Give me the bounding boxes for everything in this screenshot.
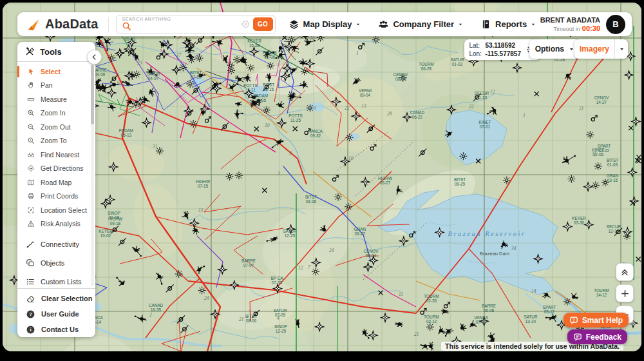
sidebar-item-contact-us[interactable]: iContact Us	[17, 322, 95, 337]
chevron-down-icon	[458, 22, 463, 27]
divider	[108, 17, 109, 32]
road-map-icon	[27, 179, 35, 186]
avatar[interactable]: B	[606, 15, 625, 34]
objects-icon	[26, 259, 35, 268]
nav-label: Map Display	[303, 19, 352, 29]
svg-text:13: 13	[361, 103, 366, 109]
sidebar-item-road-map[interactable]: Road Map	[17, 175, 95, 190]
sidebar-scrollbar[interactable]	[91, 64, 94, 286]
nav-label: Reports	[495, 19, 527, 29]
sidebar-item-select[interactable]: Select	[17, 64, 95, 79]
sidebar-item-label: Risk Analysis	[41, 220, 80, 228]
svg-text:VERMI09-04: VERMI09-04	[359, 88, 372, 97]
go-button[interactable]: GO	[253, 17, 273, 31]
warning-triangle-icon	[27, 220, 35, 228]
nav-company-filter[interactable]: Company Filter	[378, 19, 463, 30]
svg-text:12: 12	[490, 89, 495, 95]
svg-text:28: 28	[387, 111, 392, 117]
svg-text:6: 6	[117, 80, 120, 86]
session-timeout: Timeout in00:30	[540, 24, 600, 33]
svg-text:SECUR01-13: SECUR01-13	[475, 91, 489, 100]
sidebar-item-connectivity[interactable]: Connectivity	[17, 235, 95, 253]
sidebar-item-get-directions[interactable]: Get Directions	[17, 162, 95, 176]
svg-text:34: 34	[511, 246, 516, 251]
feedback-bubble-icon	[573, 333, 582, 342]
search-box: SEARCH ANYTHING GO	[116, 15, 276, 34]
svg-text:31: 31	[152, 144, 158, 150]
smart-help-button[interactable]: ? Smart Help	[564, 313, 629, 327]
collapse-controls-button[interactable]	[616, 263, 634, 281]
sidebar-item-clear-selection[interactable]: Clear Selection	[17, 291, 95, 306]
svg-text:BARRE06-08: BARRE06-08	[482, 304, 496, 313]
svg-text:21: 21	[579, 106, 584, 112]
svg-text:PADAM02-25: PADAM02-25	[254, 93, 268, 102]
sidebar-item-zoom-out[interactable]: Zoom Out	[17, 120, 95, 134]
sidebar-item-zoom-to[interactable]: Zoom To	[17, 134, 95, 148]
svg-text:11: 11	[592, 151, 596, 157]
sidebar-item-label: Clear Selection	[41, 295, 92, 302]
tools-header: Tools	[17, 42, 95, 62]
sidebar-item-label: User Guide	[41, 310, 79, 318]
svg-text:CANAD06-22: CANAD06-22	[410, 110, 425, 119]
feedback-button[interactable]: Feedback	[567, 329, 627, 344]
sidebar-item-label: Find Nearest	[41, 151, 79, 159]
map-zoom-in-button[interactable]	[616, 284, 634, 302]
sidebar-item-custom-lists[interactable]: Custom Lists	[17, 272, 95, 288]
svg-text:POTTS02-06: POTTS02-06	[263, 50, 276, 59]
report-icon	[480, 19, 491, 30]
sidebar-item-pan[interactable]: Pan	[17, 79, 95, 93]
svg-text:TOURM14-12: TOURM14-12	[594, 288, 609, 297]
sidebar-item-find-nearest[interactable]: Find Nearest	[17, 148, 95, 162]
sidebar-item-user-guide[interactable]: ?User Guide	[17, 306, 95, 322]
search-label: SEARCH ANYTHING	[122, 17, 171, 21]
svg-text:10: 10	[310, 35, 315, 41]
search-icon	[122, 21, 131, 31]
svg-text:BITST07-10: BITST07-10	[190, 70, 202, 79]
sidebar-item-measure[interactable]: Measure	[17, 92, 95, 106]
clear-search-icon	[242, 20, 250, 28]
svg-text:1: 1	[523, 113, 526, 119]
abadata-arrow-icon	[26, 17, 41, 32]
nav-map-display[interactable]: Map Display	[289, 19, 361, 30]
sidebar-collapse-button[interactable]	[87, 50, 102, 64]
chevron-down-icon	[531, 22, 536, 27]
svg-text:GRAN03-15: GRAN03-15	[607, 173, 619, 182]
sidebar-item-label: Zoom To	[41, 137, 67, 144]
svg-text:9: 9	[289, 150, 292, 156]
sidebar-item-label: Objects	[41, 259, 64, 267]
sidebar-item-print-coords[interactable]: Print Coords	[17, 190, 95, 204]
svg-text:GRAN06-27: GRAN06-27	[354, 227, 366, 236]
svg-text:SINOP01-18: SINOP01-18	[108, 211, 120, 220]
lat-row: Lat: 53.118592	[469, 41, 521, 50]
scrollbar-thumb[interactable]	[91, 65, 94, 124]
sidebar-item-risk-analysis[interactable]: Risk Analysis	[17, 217, 95, 231]
tools-icon	[24, 46, 35, 57]
svg-text:22: 22	[469, 104, 474, 110]
svg-text:SPART05-12: SPART05-12	[543, 305, 556, 314]
clear-search-icon[interactable]	[242, 20, 250, 28]
search-input[interactable]	[135, 23, 239, 32]
chevron-left-icon	[90, 53, 99, 61]
sidebar-item-objects[interactable]: Objects	[17, 253, 95, 272]
timeout-value: 00:30	[582, 24, 600, 32]
chevron-down-icon	[569, 46, 574, 52]
svg-text:BITST01-03: BITST01-03	[607, 158, 618, 167]
location-select-icon	[27, 206, 35, 214]
svg-text:SATUR07-05: SATUR07-05	[273, 308, 287, 317]
imagery-button[interactable]: Imagery	[574, 39, 628, 59]
svg-text:KEYER03-30: KEYER03-30	[572, 216, 586, 225]
svg-text:?: ?	[29, 311, 32, 317]
svg-text:KEYER10-02: KEYER10-02	[99, 229, 113, 238]
zoom-out-icon	[27, 123, 35, 131]
sidebar-item-zoom-in[interactable]: Zoom In	[17, 106, 95, 121]
sidebar-item-label: Measure	[41, 95, 67, 103]
svg-text:SATUR12-25: SATUR12-25	[283, 229, 297, 238]
sidebar-footer: Clear Selection?User GuideiContact Us	[17, 288, 95, 337]
chevrons-up-icon	[620, 268, 629, 277]
nav-reports[interactable]: Reports	[480, 19, 536, 30]
nav-label: Company Filter	[393, 19, 454, 29]
sidebar-item-location-select[interactable]: Location Select	[17, 203, 95, 217]
sidebar-item-label: Pan	[41, 81, 53, 89]
options-button[interactable]: Options	[529, 39, 580, 59]
logo[interactable]: AbaData	[24, 17, 101, 32]
